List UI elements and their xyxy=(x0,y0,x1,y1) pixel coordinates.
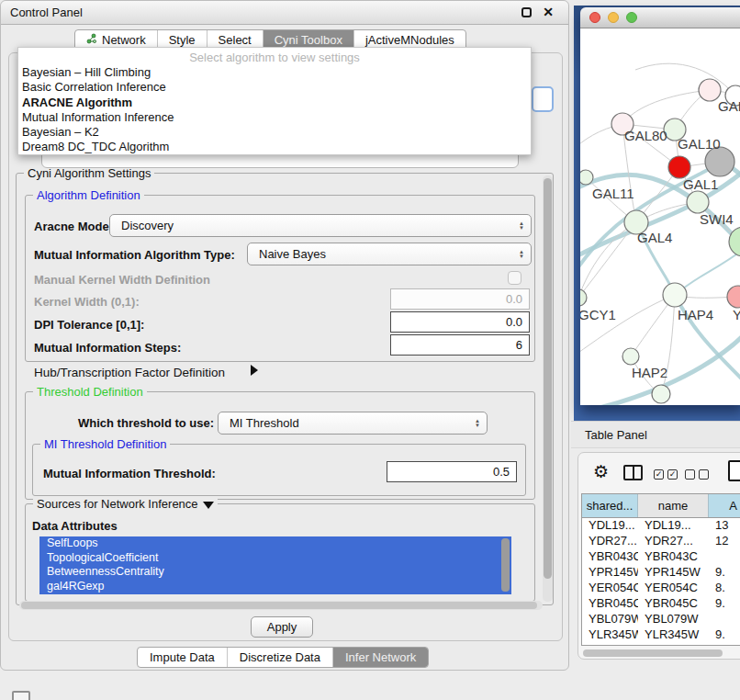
minimize-traffic-light-icon[interactable] xyxy=(608,12,619,23)
sources-title-text: Sources for Network Inference xyxy=(37,497,198,511)
network-node[interactable] xyxy=(580,170,593,185)
table-toolbar: ⚙ ✓ ✓ xyxy=(578,458,740,488)
table-row[interactable]: YBR043CYBR043C xyxy=(582,549,740,565)
network-node[interactable] xyxy=(727,286,740,308)
dropdown-option[interactable]: ARACNE Algorithm xyxy=(18,96,531,110)
hub-section-label[interactable]: Hub/Transcription Factor Definition xyxy=(34,366,225,379)
document-icon[interactable] xyxy=(728,460,740,481)
network-node[interactable] xyxy=(652,385,670,403)
settings-vertical-scrollbar[interactable] xyxy=(543,175,553,602)
network-node[interactable] xyxy=(668,156,690,178)
table-cell: YER054C xyxy=(638,581,709,596)
tab-label: Impute Data xyxy=(150,650,215,664)
unchecked-box-icon xyxy=(685,469,695,480)
tab-impute-data[interactable]: Impute Data xyxy=(138,648,227,667)
network-edge[interactable] xyxy=(676,249,740,295)
data-attribute-item[interactable]: gal4RGexp xyxy=(39,580,511,594)
node-label: Y xyxy=(733,307,740,322)
mi-steps-label: Mutual Information Steps: xyxy=(34,341,181,355)
tab-label: Cyni Toolbox xyxy=(275,33,342,47)
table-row[interactable]: YDL19...YDL19...13 xyxy=(582,518,740,534)
node-label: GAL xyxy=(718,98,740,114)
scrollbar-thumb[interactable] xyxy=(583,649,723,657)
panel-title: Control Panel xyxy=(10,6,83,19)
dropdown-option[interactable]: Mutual Information Inference xyxy=(18,110,531,125)
mi-type-combobox[interactable]: Naive Bayes ▲▼ xyxy=(247,243,532,265)
table-cell: 13 xyxy=(709,518,740,534)
select-all-columns-icon[interactable]: ✓ ✓ xyxy=(654,469,678,480)
table-horizontal-scrollbar[interactable] xyxy=(583,649,740,657)
list-scrollbar[interactable] xyxy=(501,538,510,592)
close-icon[interactable]: ✕ xyxy=(543,5,554,19)
dropdown-option[interactable]: Basic Correlation Inference xyxy=(18,80,531,95)
zoom-traffic-light-icon[interactable] xyxy=(626,12,637,23)
scrollbar-thumb[interactable] xyxy=(544,178,552,579)
which-threshold-combobox[interactable]: MI Threshold ▲▼ xyxy=(218,412,488,435)
mi-threshold-title: MI Threshold Definition xyxy=(40,437,170,451)
tab-label: Discretize Data xyxy=(240,650,320,664)
data-attribute-item[interactable]: BetweennessCentrality xyxy=(39,565,511,580)
network-node[interactable] xyxy=(687,191,709,213)
aracne-mode-combobox[interactable]: Discovery ▲▼ xyxy=(109,214,532,237)
dropdown-option[interactable]: Bayesian – K2 xyxy=(18,125,531,140)
data-attribute-item[interactable]: SelfLoops xyxy=(39,536,511,551)
apply-button[interactable]: Apply xyxy=(251,616,313,638)
network-node[interactable] xyxy=(580,289,587,306)
tab-discretize-data[interactable]: Discretize Data xyxy=(227,648,332,667)
table-cell: YBL079W xyxy=(582,612,638,627)
settings-horizontal-scrollbar[interactable] xyxy=(19,601,543,610)
manual-kernel-checkbox[interactable] xyxy=(508,271,521,285)
table-column-header[interactable]: shared... xyxy=(582,494,638,517)
node-label: GAL1 xyxy=(683,176,718,192)
table-row[interactable]: YPR145WYPR145W9. xyxy=(582,565,740,581)
minimized-panel-icon[interactable] xyxy=(12,691,30,700)
table-row[interactable]: YDR27...YDR27...12 xyxy=(582,534,740,549)
control-panel-window: Control Panel ✕ Network Style Select Cyn… xyxy=(0,0,569,671)
dropdown-option[interactable]: Dream8 DC_TDC Algorithm xyxy=(18,140,531,154)
table-cell: YDL19... xyxy=(582,518,638,534)
data-attributes-label: Data Attributes xyxy=(32,519,118,533)
sources-group-title: Sources for Network Inference xyxy=(33,497,218,511)
deselect-all-columns-icon[interactable] xyxy=(685,469,709,480)
threshold-definition-title: Threshold Definition xyxy=(33,385,147,399)
network-window-titlebar[interactable] xyxy=(580,7,740,28)
table-cell: 12 xyxy=(709,534,740,549)
data-attribute-item[interactable]: TopologicalCoefficient xyxy=(39,551,511,566)
data-attributes-list[interactable]: SelfLoopsTopologicalCoefficientBetweenne… xyxy=(39,536,511,594)
dropdown-option[interactable]: Bayesian – Hill Climbing xyxy=(18,65,531,80)
table-row[interactable]: YER054CYER054C8. xyxy=(582,581,740,596)
table-column-header[interactable]: name xyxy=(638,494,709,517)
close-traffic-light-icon[interactable] xyxy=(589,12,600,23)
table-panel-titlebar: Table Panel xyxy=(571,421,740,448)
network-canvas[interactable]: GALGAL80GAL10GAL11GAL1SWI4GAL4GCY1HAP4YH… xyxy=(580,28,740,405)
algorithm-combo-fragment[interactable] xyxy=(532,86,554,112)
which-threshold-value: MI Threshold xyxy=(219,416,299,430)
collapse-down-icon[interactable] xyxy=(203,502,214,509)
table-row[interactable]: YBR045CYBR045C9. xyxy=(582,596,740,612)
network-node[interactable] xyxy=(663,283,687,307)
stepper-arrows-icon: ▲▼ xyxy=(519,250,524,259)
column-view-icon[interactable] xyxy=(623,465,643,480)
mi-steps-field[interactable]: 6 xyxy=(390,334,530,356)
gear-icon[interactable]: ⚙ xyxy=(593,461,609,481)
dpi-tolerance-field[interactable]: 0.0 xyxy=(390,311,530,333)
table-column-header[interactable]: A xyxy=(709,494,740,517)
kernel-width-field[interactable]: 0.0 xyxy=(390,288,530,310)
scrollbar-thumb[interactable] xyxy=(21,602,537,609)
table-row[interactable]: YIL052CYIL052C9 xyxy=(582,643,740,646)
stepper-arrows-icon: ▲▼ xyxy=(519,221,524,231)
table-cell: YIL052C xyxy=(638,643,709,646)
algorithm-dropdown-list: Select algorithm to view settings Bayesi… xyxy=(17,47,532,155)
dpi-tolerance-label: DPI Tolerance [0,1]: xyxy=(34,318,144,332)
table-cell: YDR27... xyxy=(638,534,709,549)
table-row[interactable]: YLR345WYLR345W9. xyxy=(582,627,740,643)
network-edge[interactable] xyxy=(622,90,710,124)
node-attribute-table[interactable]: shared...nameA YDL19...YDL19...13YDR27..… xyxy=(581,493,740,646)
network-node[interactable] xyxy=(622,348,639,365)
tab-infer-network[interactable]: Infer Network xyxy=(332,648,428,667)
expand-right-icon[interactable] xyxy=(251,365,258,376)
mi-threshold-field[interactable]: 0.5 xyxy=(387,461,517,482)
node-label: HAP2 xyxy=(632,365,667,380)
float-window-icon[interactable] xyxy=(521,7,532,17)
table-row[interactable]: YBL079WYBL079W xyxy=(582,612,740,627)
